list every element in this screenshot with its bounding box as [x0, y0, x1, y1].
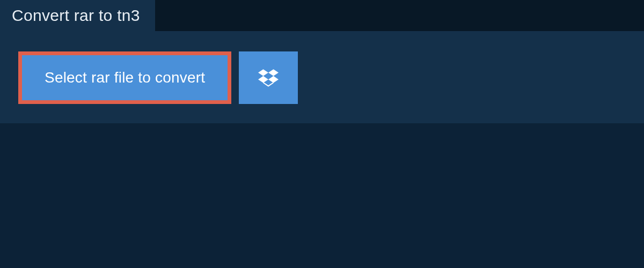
dropbox-button[interactable]	[239, 51, 298, 104]
bottom-area	[0, 123, 644, 230]
page-title-tab: Convert rar to tn3	[0, 0, 155, 31]
dropbox-icon	[258, 68, 279, 88]
select-file-button[interactable]: Select rar file to convert	[18, 51, 231, 104]
action-row: Select rar file to convert	[0, 31, 644, 104]
page-title: Convert rar to tn3	[12, 6, 140, 24]
converter-card: Convert rar to tn3 Select rar file to co…	[0, 31, 644, 123]
select-file-label: Select rar file to convert	[45, 69, 205, 86]
